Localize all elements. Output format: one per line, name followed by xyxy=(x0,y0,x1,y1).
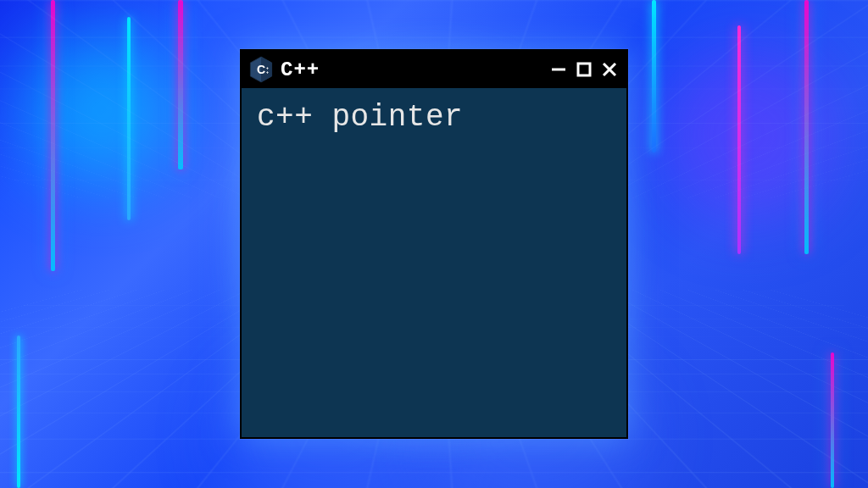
terminal-content[interactable]: c++ pointer xyxy=(242,88,626,437)
close-button[interactable] xyxy=(601,61,618,78)
titlebar-left: C + + C++ xyxy=(248,55,543,84)
window-title: C++ xyxy=(281,58,320,81)
window-controls xyxy=(550,61,618,78)
cpp-logo-icon: C + + xyxy=(248,55,274,84)
terminal-text: c++ pointer xyxy=(257,100,611,135)
svg-text:C: C xyxy=(257,63,265,76)
maximize-button[interactable] xyxy=(576,61,593,78)
svg-rect-6 xyxy=(578,64,590,75)
minimize-button[interactable] xyxy=(550,61,567,78)
terminal-window: C + + C++ c++ pointer xyxy=(240,49,628,439)
titlebar[interactable]: C + + C++ xyxy=(242,51,626,88)
